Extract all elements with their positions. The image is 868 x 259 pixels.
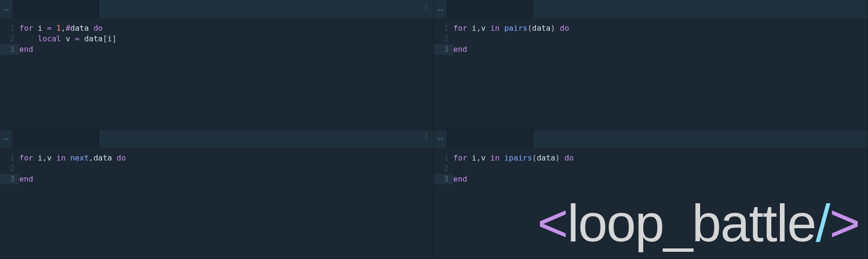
- line-number: 2: [0, 163, 19, 174]
- more-menu-icon[interactable]: ⋮: [423, 135, 430, 137]
- editor-tab[interactable]: [447, 130, 533, 148]
- tab-nav-left-icon[interactable]: ◄: [437, 136, 440, 141]
- line-number: 3: [434, 44, 453, 55]
- line-number: 2: [0, 34, 19, 44]
- line-number-gutter: 123: [434, 148, 453, 259]
- tab-bar: ◄►: [434, 130, 868, 148]
- code-editor[interactable]: 123for i,v in next,data doend: [0, 148, 434, 259]
- line-number: 2: [434, 34, 453, 44]
- more-menu-icon[interactable]: ⋮: [423, 5, 430, 8]
- code-line: [453, 163, 868, 174]
- code-line: end: [19, 174, 434, 185]
- line-number: 1: [0, 153, 19, 163]
- code-editor[interactable]: 123for i,v in pairs(data) doend: [434, 18, 868, 129]
- tab-nav-arrows: ◄►: [0, 7, 13, 12]
- editor-pane: ◄►⋮123for i,v in next,data doend: [0, 130, 434, 259]
- tab-nav-right-icon[interactable]: ►: [441, 136, 444, 141]
- code-area[interactable]: for i = 1,#data do local v = data[i]end: [19, 18, 434, 129]
- line-number: 1: [434, 23, 453, 34]
- editor-tab[interactable]: [447, 0, 533, 18]
- code-area[interactable]: for i,v in pairs(data) doend: [453, 18, 868, 129]
- editor-pane: ◄►123for i,v in ipairs(data) doend: [434, 130, 868, 259]
- code-area[interactable]: for i,v in next,data doend: [19, 148, 434, 259]
- code-line: for i = 1,#data do: [19, 23, 434, 34]
- code-editor[interactable]: 123for i,v in ipairs(data) doend: [434, 148, 868, 259]
- line-number: 3: [434, 174, 453, 185]
- tab-nav-left-icon[interactable]: ◄: [3, 7, 6, 12]
- tab-bar: ◄►: [434, 0, 868, 18]
- editor-tab[interactable]: [13, 130, 99, 148]
- editor-tab[interactable]: [13, 0, 99, 18]
- code-line: [453, 34, 868, 44]
- tab-nav-left-icon[interactable]: ◄: [3, 136, 6, 141]
- code-line: end: [19, 44, 434, 55]
- tab-bar: ◄►⋮: [0, 130, 434, 148]
- tab-bar: ◄►⋮: [0, 0, 434, 18]
- tab-nav-arrows: ◄►: [0, 136, 13, 141]
- code-editor[interactable]: 123for i = 1,#data do local v = data[i]e…: [0, 18, 434, 129]
- tab-nav-right-icon[interactable]: ►: [7, 136, 10, 141]
- line-number-gutter: 123: [0, 148, 19, 259]
- tab-nav-left-icon[interactable]: ◄: [437, 7, 440, 12]
- code-line: for i,v in next,data do: [19, 153, 434, 163]
- code-line: [19, 163, 434, 174]
- code-line: for i,v in pairs(data) do: [453, 23, 868, 34]
- tab-nav-arrows: ◄►: [434, 7, 447, 12]
- line-number-gutter: 123: [434, 18, 453, 129]
- code-line: local v = data[i]: [19, 34, 434, 44]
- tab-nav-arrows: ◄►: [434, 136, 447, 141]
- tab-nav-right-icon[interactable]: ►: [7, 7, 10, 12]
- line-number: 3: [0, 174, 19, 185]
- line-number: 1: [0, 23, 19, 34]
- code-line: end: [453, 174, 868, 185]
- editor-pane: ◄►⋮123for i = 1,#data do local v = data[…: [0, 0, 434, 130]
- line-number: 3: [0, 44, 19, 55]
- editor-pane: ◄►123for i,v in pairs(data) doend: [434, 0, 868, 130]
- code-line: for i,v in ipairs(data) do: [453, 153, 868, 163]
- code-area[interactable]: for i,v in ipairs(data) doend: [453, 148, 868, 259]
- line-number: 2: [434, 163, 453, 174]
- code-line: end: [453, 44, 868, 55]
- line-number-gutter: 123: [0, 18, 19, 129]
- line-number: 1: [434, 153, 453, 163]
- tab-nav-right-icon[interactable]: ►: [441, 7, 444, 12]
